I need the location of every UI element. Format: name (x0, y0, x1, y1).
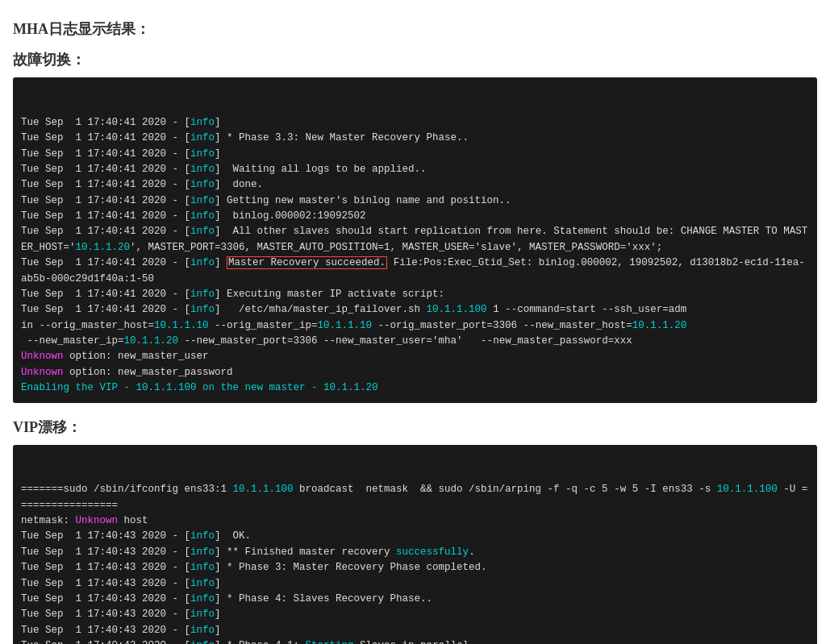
terminal-text-part: Tue Sep 1 17:40:41 2020 - [ (21, 226, 190, 237)
terminal-text-part: ] Getting new master's binlog name and p… (215, 195, 511, 206)
terminal-text-part: on the new master - (197, 382, 324, 393)
terminal-text-part: 10.1.1.20 (323, 382, 378, 393)
terminal-text-part: Tue Sep 1 17:40:41 2020 - [ (21, 179, 190, 190)
terminal-text-part: Tue Sep 1 17:40:41 2020 - [ (21, 132, 190, 143)
terminal-text-part: info (190, 640, 215, 644)
terminal-line: =======sudo /sbin/ifconfig ens33:1 10.1.… (21, 482, 809, 513)
terminal-line: Tue Sep 1 17:40:43 2020 - [info] * Phase… (21, 638, 809, 644)
terminal-text-part: Tue Sep 1 17:40:41 2020 - [ (21, 289, 190, 300)
terminal-text-part: info (190, 257, 215, 268)
terminal-text-part: 10.1.1.100 (427, 304, 487, 315)
terminal-text-part: info (190, 179, 215, 190)
terminal-line: Tue Sep 1 17:40:43 2020 - [info] (21, 607, 809, 622)
terminal-text-part: 10.1.1.20 (632, 320, 687, 331)
terminal-text-part: ] (215, 609, 221, 620)
terminal-line: Tue Sep 1 17:40:41 2020 - [info] done. (21, 177, 809, 193)
terminal-text-part: --orig_master_port=3306 --new_master_hos… (372, 320, 632, 331)
terminal-text-part: 10.1.1.100 (233, 484, 294, 495)
terminal-text-part: successfully (396, 546, 469, 558)
terminal-text-part: Unknown (21, 367, 64, 378)
terminal-text-part: info (190, 530, 215, 542)
terminal-text-part: Tue Sep 1 17:40:41 2020 - [ (21, 117, 190, 128)
terminal-text-part: info (190, 210, 215, 222)
terminal-text-part: info (190, 195, 215, 206)
terminal-text-part: Tue Sep 1 17:40:41 2020 - [ (21, 304, 190, 315)
terminal-line: Tue Sep 1 17:40:43 2020 - [info] * Phase… (21, 560, 809, 575)
terminal-line: Tue Sep 1 17:40:41 2020 - [info] * Phase… (21, 131, 809, 146)
terminal-text-part: Tue Sep 1 17:40:41 2020 - [ (21, 210, 190, 222)
terminal-line: Tue Sep 1 17:40:41 2020 - [info] (21, 115, 809, 131)
terminal-text-part: --new_master_port=3306 --new_master_user… (178, 335, 632, 347)
terminal-text-part: ] done. (215, 179, 263, 190)
terminal-text-part: 10.1.1.20 (76, 242, 131, 253)
terminal-line: Tue Sep 1 17:40:41 2020 - [info] All oth… (21, 224, 809, 256)
terminal-text-part: --orig_master_ip= (209, 320, 318, 331)
terminal-text-part: Enabling the VIP - (21, 382, 136, 393)
terminal-text-part: option: new_master_user (64, 351, 209, 362)
success-box: Master Recovery succeeded. (227, 256, 387, 269)
terminal-text-part: info (190, 148, 215, 160)
terminal-text-part: info (190, 304, 215, 315)
terminal-text-part: netmask: (21, 515, 76, 526)
terminal-block-1: Tue Sep 1 17:40:41 2020 - [info]Tue Sep … (13, 77, 817, 403)
terminal-text-part: Unknown (76, 515, 119, 526)
terminal-text-part: info (190, 546, 215, 558)
terminal-line: Tue Sep 1 17:40:43 2020 - [info] (21, 623, 809, 638)
terminal-text-part: host (118, 515, 148, 526)
terminal-text-part: Tue Sep 1 17:40:41 2020 - [ (21, 195, 190, 206)
terminal-text-part: info (190, 117, 215, 128)
terminal-text-part: ] (215, 117, 221, 128)
terminal-text-part: ] * Phase 4: Slaves Recovery Phase.. (215, 593, 432, 605)
terminal-text-part: --new_master_ip= (21, 335, 124, 347)
terminal-text-part: 10.1.1.100 (717, 484, 778, 495)
terminal-text-part: 10.1.1.100 (136, 382, 197, 393)
terminal-text-part: broadcast netmask && sudo /sbin/arping -… (294, 484, 717, 495)
terminal-text-part: ] (215, 257, 227, 268)
terminal-text-part: info (190, 625, 215, 636)
terminal-text-part: option: new_master_password (64, 367, 233, 378)
terminal-text-part: ] (215, 578, 221, 589)
terminal-content-2: =======sudo /sbin/ifconfig ens33:1 10.1.… (13, 445, 817, 645)
terminal-text-part: info (190, 164, 215, 175)
terminal-line: Tue Sep 1 17:40:41 2020 - [info] Master … (21, 256, 809, 287)
terminal-text-part: ] OK. (215, 530, 251, 542)
terminal-text-part: info (190, 226, 215, 237)
terminal-text-part: Starting (306, 640, 354, 644)
terminal-line: Tue Sep 1 17:40:43 2020 - [info] * Phase… (21, 592, 809, 607)
terminal-text-part: ] /etc/mha/master_ip_failover.sh (215, 304, 427, 315)
terminal-text-part: Tue Sep 1 17:40:41 2020 - [ (21, 148, 190, 160)
terminal-text-part: info (190, 289, 215, 300)
terminal-line: Tue Sep 1 17:40:41 2020 - [info] binlog.… (21, 209, 809, 224)
terminal-text-part: ] Executing master IP activate script: (215, 289, 444, 300)
terminal-text-part: Tue Sep 1 17:40:43 2020 - [ (21, 593, 190, 605)
terminal-line: Tue Sep 1 17:40:41 2020 - [info] /etc/mh… (21, 302, 809, 349)
terminal-text-part: 10.1.1.10 (154, 320, 209, 331)
terminal-line: Tue Sep 1 17:40:43 2020 - [info] ** Fini… (21, 545, 809, 560)
terminal-text-part: Tue Sep 1 17:40:43 2020 - [ (21, 578, 190, 589)
terminal-text-part: ] * Phase 4.1: (215, 640, 306, 644)
terminal-text-part: ] * Phase 3.3: New Master Recovery Phase… (215, 132, 469, 143)
terminal-text-part: ] (215, 148, 221, 160)
terminal-line: Tue Sep 1 17:40:41 2020 - [info] Getting… (21, 193, 809, 209)
terminal-line: Tue Sep 1 17:40:41 2020 - [info] Executi… (21, 287, 809, 302)
terminal-line: Tue Sep 1 17:40:41 2020 - [info] Waiting… (21, 162, 809, 177)
terminal-line: Tue Sep 1 17:40:43 2020 - [info] (21, 576, 809, 592)
terminal-text-part: ] ** Finished master recovery (215, 546, 396, 558)
terminal-content-1: Tue Sep 1 17:40:41 2020 - [info]Tue Sep … (13, 77, 817, 403)
terminal-text-part: Tue Sep 1 17:40:43 2020 - [ (21, 609, 190, 620)
terminal-text-part: info (190, 562, 215, 573)
terminal-text-part: Unknown (21, 351, 64, 362)
terminal-text-part: =======sudo /sbin/ifconfig ens33:1 (21, 484, 233, 495)
terminal-text-part: ] Waiting all logs to be applied.. (215, 164, 427, 175)
terminal-text-part: Tue Sep 1 17:40:41 2020 - [ (21, 257, 190, 268)
terminal-line: Enabling the VIP - 10.1.1.100 on the new… (21, 380, 809, 396)
terminal-text-part: Tue Sep 1 17:40:43 2020 - [ (21, 625, 190, 636)
terminal-text-part: ] (215, 625, 221, 636)
terminal-text-part: ] binlog.000002:19092502 (215, 210, 366, 222)
terminal-text-part: Tue Sep 1 17:40:43 2020 - [ (21, 562, 190, 573)
terminal-text-part: 10.1.1.20 (124, 335, 179, 347)
terminal-text-part: info (190, 578, 215, 589)
terminal-text-part: info (190, 132, 215, 143)
terminal-line: Tue Sep 1 17:40:43 2020 - [info] OK. (21, 529, 809, 544)
terminal-text-part: Tue Sep 1 17:40:43 2020 - [ (21, 530, 190, 542)
